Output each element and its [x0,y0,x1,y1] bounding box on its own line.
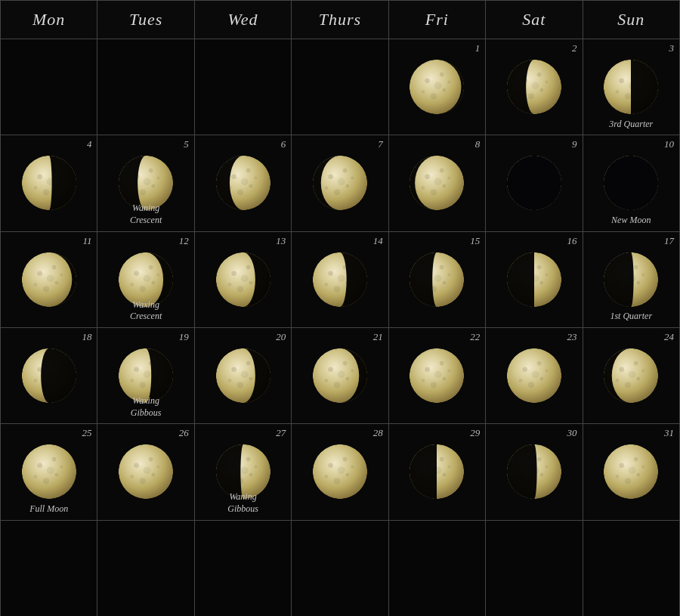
phase-label: WaxingCrescent [97,299,193,323]
day-number: 23 [567,331,577,343]
svg-point-16 [537,73,542,77]
svg-point-23 [620,79,625,84]
svg-point-191 [144,371,151,379]
svg-point-231 [532,371,539,379]
phase-label: WaxingGibbous [97,395,193,419]
svg-point-117 [140,286,146,292]
moon-phase-icon [18,345,80,407]
phase-label: WaningCrescent [97,203,193,226]
day-number: 21 [373,331,383,343]
svg-point-198 [246,361,250,366]
svg-point-207 [334,382,340,388]
svg-point-131 [240,274,248,282]
svg-point-127 [236,286,243,292]
svg-point-56 [246,169,250,173]
day-number: 1 [475,42,481,54]
moon-phase-icon [309,441,371,503]
svg-point-201 [240,371,248,379]
day-number: 11 [82,235,91,247]
svg-point-211 [338,371,345,379]
svg-point-237 [625,382,631,388]
day-cell-8: 8 [389,135,486,231]
svg-point-168 [634,265,638,270]
svg-point-59 [240,178,248,186]
svg-point-187 [140,382,146,388]
svg-point-111 [46,274,54,282]
header-tues: Tues [97,1,194,39]
svg-point-58 [254,177,257,180]
svg-point-5 [431,93,437,99]
day-cell-empty-2 [195,39,292,135]
svg-point-216 [443,377,447,381]
svg-point-197 [236,382,243,388]
svg-point-248 [51,457,56,462]
day-number: 25 [82,427,91,439]
day-number: 3 [669,42,675,54]
svg-point-230 [545,370,548,373]
day-number: 27 [276,427,286,439]
svg-point-18 [545,81,548,84]
svg-point-288 [440,457,444,462]
svg-point-189 [131,379,134,382]
svg-point-246 [54,473,58,477]
day-cell-17: 171st Quarter [583,232,680,328]
svg-point-217 [431,382,437,388]
day-cell-14: 14 [292,232,388,328]
day-cell-31: 31 [583,424,680,520]
svg-point-48 [156,177,159,180]
svg-point-251 [46,467,54,475]
svg-point-90 [507,156,561,210]
svg-point-226 [539,377,543,381]
day-cell-13: 13 [195,232,292,328]
day-cell-empty-3 [292,39,388,135]
svg-point-245 [37,463,42,469]
day-cell-empty-41 [583,521,680,616]
day-number: 15 [470,235,480,247]
svg-point-250 [60,466,63,469]
day-number: 26 [179,427,189,439]
svg-point-209 [324,379,328,382]
svg-point-218 [440,361,444,366]
svg-point-116 [152,280,156,284]
svg-point-137 [334,286,340,292]
svg-point-49 [144,178,151,186]
phase-label: Full Moon [1,503,97,515]
svg-point-119 [131,283,134,286]
svg-point-141 [338,274,345,282]
svg-point-101 [604,156,658,210]
svg-point-46 [149,169,153,173]
moon-phase-icon [115,441,177,503]
svg-point-259 [131,475,134,479]
svg-point-108 [51,265,56,270]
day-cell-9: 9 [486,135,583,231]
moon-phase-icon [600,345,662,407]
svg-point-206 [345,377,349,381]
svg-point-239 [616,379,620,382]
svg-point-195 [231,367,236,373]
moon-phase-icon [309,249,371,311]
svg-point-125 [231,271,236,276]
day-cell-30: 30 [486,424,583,520]
day-number: 8 [475,138,481,150]
svg-point-220 [448,370,451,373]
svg-point-110 [60,273,63,276]
day-cell-25: 25Full Moon [1,424,97,520]
moon-phase-icon [503,441,565,503]
svg-point-179 [33,379,37,382]
day-cell-5: 5WaningCrescent [97,135,194,231]
svg-point-275 [328,463,333,469]
moon-phase-icon [503,152,565,214]
moon-phase-icon [309,152,371,214]
day-cell-12: 12WaxingCrescent [97,232,194,328]
svg-point-307 [625,478,631,484]
day-number: 17 [664,235,674,247]
svg-point-199 [227,379,231,382]
svg-point-120 [156,273,159,276]
day-number: 28 [373,427,383,439]
day-number: 14 [373,235,383,247]
svg-point-306 [637,473,641,477]
svg-point-276 [345,473,349,477]
svg-point-67 [324,187,328,190]
svg-point-44 [152,184,156,188]
svg-point-296 [539,473,543,477]
